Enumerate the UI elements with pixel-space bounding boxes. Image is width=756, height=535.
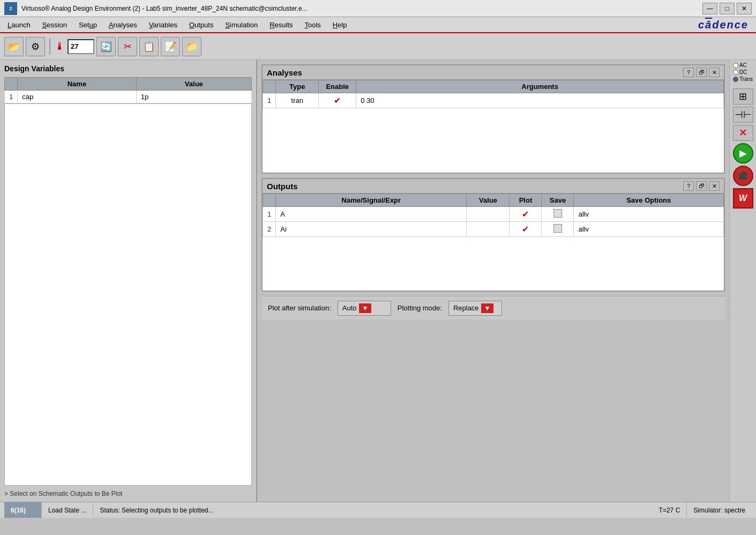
output-save[interactable] [542,222,574,237]
menu-results[interactable]: Results [264,19,298,31]
minimize-button[interactable]: — [702,3,717,14]
save-checkbox [553,224,562,233]
copy-button[interactable]: 📋 [139,37,159,56]
menu-bar: Launch Session Setup Analyses Variables … [0,17,756,33]
folder-button[interactable]: 📁 [182,37,201,56]
outputs-close-button[interactable]: ✕ [709,181,720,191]
plotting-mode-value: Replace [453,304,479,312]
table-col-name: Name [18,78,136,91]
open-button[interactable]: 📂 [4,37,24,56]
analyses-minimize-button[interactable]: 🗗 [696,68,707,77]
cut-button[interactable]: ✂ [118,37,137,56]
menu-session[interactable]: Session [37,19,72,31]
settings-button[interactable]: ⚙ [26,37,45,56]
analyses-table: Type Enable Arguments 1 tran ✔ 0 30 [263,80,724,108]
analysis-enable[interactable]: ✔ [319,93,356,108]
menu-analyses[interactable]: Analyses [103,19,143,31]
analyses-help-button[interactable]: ? [683,68,694,77]
output-value [467,207,510,222]
design-variables-title: Design Variables [4,64,252,73]
output-row: 2 Ai ✔ allv [263,222,724,237]
menu-items: Launch Session Setup Analyses Variables … [2,19,353,31]
dropdown-arrow-icon: ▼ [359,303,372,313]
output-row: 1 A ✔ allv [263,207,724,222]
output-plot[interactable]: ✔ [510,207,542,222]
design-vars-empty-area [4,103,252,486]
radio-ac[interactable]: AC [733,62,753,68]
var-name[interactable]: cap [18,91,136,103]
output-name[interactable]: A [276,207,467,222]
row-num: 2 [263,222,276,237]
cadence-logo: cādence [698,19,748,31]
stop-button[interactable]: ⬛ [733,166,753,186]
analyses-close-button[interactable]: ✕ [709,68,720,77]
run-button[interactable]: ▶ [733,143,753,164]
outputs-col-plot: Plot [510,194,542,207]
outputs-empty-area [263,237,724,291]
close-button[interactable]: ✕ [737,3,752,14]
edit-button[interactable]: 📝 [161,37,180,56]
load-state[interactable]: Load State ... [42,502,93,518]
simulator-status: Simulator: spectre [687,502,752,518]
menu-outputs[interactable]: Outputs [184,19,219,31]
left-panel: Design Variables Name Value 1 cap 1p > S… [0,60,257,502]
outputs-help-button[interactable]: ? [683,181,694,191]
toolbar: 📂 ⚙ 🌡 🔄 ✂ 📋 📝 📁 [0,33,756,60]
row-num: 1 [263,93,276,108]
menu-tools[interactable]: Tools [300,19,326,31]
output-save-options[interactable]: allv [574,222,724,237]
design-variables-table: Name Value 1 cap 1p [4,77,252,103]
row-num: 1 [263,207,276,222]
output-name[interactable]: Ai [276,222,467,237]
status-hint: > Select on Schematic Outputs to Be Plot [4,486,252,497]
menu-variables[interactable]: Variables [144,19,183,31]
table-col-value: Value [136,78,251,91]
plot-after-sim-label: Plot after simulation: [268,304,331,312]
table-row: 1 cap 1p [5,91,252,103]
analysis-arguments[interactable]: 0 30 [356,93,724,108]
menu-launch[interactable]: Launch [2,19,36,31]
outputs-section: Outputs ? 🗗 ✕ Name/Signal/Expr Value Plo… [261,178,725,292]
menu-simulation[interactable]: Simulation [220,19,263,31]
outputs-minimize-button[interactable]: 🗗 [696,181,707,191]
radio-circle-dc [733,70,738,75]
status-bar: 6(16) Load State ... Status: Selecting o… [0,502,756,518]
delete-button[interactable]: ✕ [733,125,753,141]
analyses-title: Analyses [267,68,302,77]
table-col-num [5,78,18,91]
analyses-controls: ? 🗗 ✕ [683,68,720,77]
waveform-button[interactable]: W [733,188,753,209]
radio-trans[interactable]: Trans [733,76,753,82]
app-icon: 2 [4,2,17,15]
radio-dc[interactable]: DC [733,69,753,75]
dropdown-arrow-icon: ▼ [481,303,494,313]
check-icon: ✔ [522,225,529,234]
plot-after-sim-dropdown[interactable]: Auto ▼ [338,301,391,316]
outputs-col-saveopts: Save Options [574,194,724,207]
analyses-col-arguments: Arguments [356,80,724,93]
menu-help[interactable]: Help [327,19,353,31]
check-icon: ✔ [334,96,341,105]
outputs-col-name: Name/Signal/Expr [276,194,467,207]
analyses-empty-area [263,108,724,173]
reload-button[interactable]: 🔄 [96,37,116,56]
connect-button[interactable]: ⊣⊢ [733,107,753,123]
outputs-header: Outputs ? 🗗 ✕ [263,179,724,194]
plot-bar: Plot after simulation: Auto ▼ Plotting m… [261,296,725,319]
var-value[interactable]: 1p [136,91,251,103]
analyses-col-enable: Enable [319,80,356,93]
output-plot[interactable]: ✔ [510,222,542,237]
window-controls: — □ ✕ [702,3,752,14]
output-save-options[interactable]: allv [574,207,724,222]
analysis-type[interactable]: tran [276,93,319,108]
temperature-input[interactable] [68,39,94,54]
properties-button[interactable]: ⊞ [733,88,753,105]
outputs-col-value: Value [467,194,510,207]
maximize-button[interactable]: □ [720,3,735,14]
status-message: Status: Selecting outputs to be plotted.… [93,502,652,518]
output-save[interactable] [542,207,574,222]
plotting-mode-dropdown[interactable]: Replace ▼ [448,301,502,316]
analyses-col-type: Type [276,80,319,93]
menu-setup[interactable]: Setup [73,19,102,31]
radio-circle-trans [733,77,738,82]
